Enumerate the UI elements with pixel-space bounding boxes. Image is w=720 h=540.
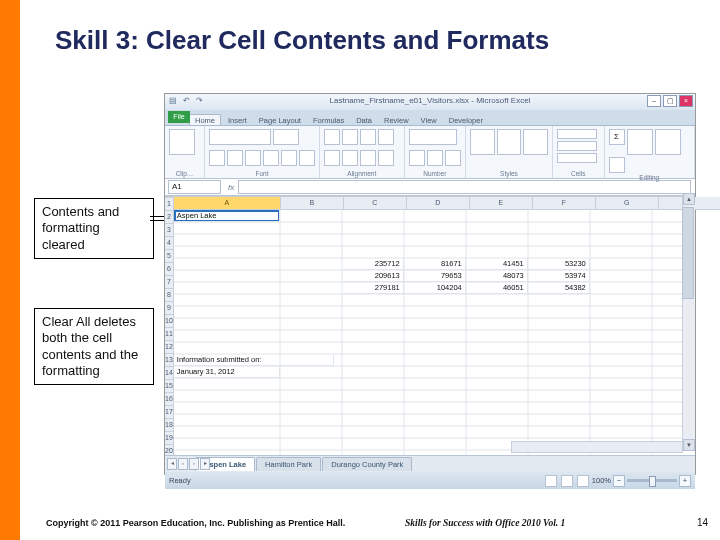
- paste-icon[interactable]: [169, 129, 195, 155]
- view-layout-icon[interactable]: [561, 475, 573, 487]
- border-icon[interactable]: [263, 150, 279, 166]
- row-header[interactable]: 3: [165, 224, 173, 237]
- conditional-fmt-icon[interactable]: [470, 129, 495, 155]
- row-header[interactable]: 7: [165, 276, 173, 289]
- cell-f5[interactable]: 53230: [528, 258, 590, 270]
- find-select-icon[interactable]: [655, 129, 681, 155]
- wrap-text-icon[interactable]: [378, 129, 394, 145]
- row-header[interactable]: 2: [165, 211, 173, 224]
- row-header[interactable]: 10: [165, 315, 173, 328]
- horizontal-scrollbar[interactable]: [511, 441, 683, 453]
- format-icon[interactable]: [557, 153, 597, 163]
- next-sheet-icon[interactable]: ›: [189, 458, 199, 470]
- maximize-button[interactable]: ▢: [663, 95, 677, 107]
- view-normal-icon[interactable]: [545, 475, 557, 487]
- close-button[interactable]: ×: [679, 95, 693, 107]
- col-header-d[interactable]: D: [407, 197, 470, 209]
- cell-f7[interactable]: 54382: [528, 282, 590, 294]
- cell-e5[interactable]: 41451: [466, 258, 528, 270]
- cell-c6[interactable]: 209613: [342, 270, 404, 282]
- align-bl-icon[interactable]: [324, 150, 340, 166]
- file-tab[interactable]: File: [168, 111, 190, 123]
- name-box[interactable]: A1: [168, 180, 221, 194]
- insert-icon[interactable]: [557, 129, 597, 139]
- fill-icon[interactable]: [609, 157, 625, 173]
- format-table-icon[interactable]: [497, 129, 522, 155]
- align-tr-icon[interactable]: [360, 129, 376, 145]
- fx-icon[interactable]: fx: [228, 183, 234, 192]
- row-header[interactable]: 4: [165, 237, 173, 250]
- row-header[interactable]: 13: [165, 354, 173, 367]
- fill-color-icon[interactable]: [281, 150, 297, 166]
- tab-formulas[interactable]: Formulas: [308, 115, 349, 125]
- cell-d7[interactable]: 104204: [404, 282, 466, 294]
- row-header[interactable]: 15: [165, 380, 173, 393]
- zoom-out-button[interactable]: −: [613, 475, 625, 487]
- cell-a1[interactable]: Aspen Lake: [174, 210, 280, 222]
- row-header[interactable]: 1: [165, 198, 173, 211]
- zoom-slider[interactable]: [627, 479, 677, 482]
- tab-home[interactable]: Home: [189, 114, 221, 125]
- last-sheet-icon[interactable]: ▸: [200, 458, 210, 470]
- view-break-icon[interactable]: [577, 475, 589, 487]
- cell-d6[interactable]: 79653: [404, 270, 466, 282]
- merge-icon[interactable]: [378, 150, 394, 166]
- sheet-tab-hamilton[interactable]: Hamilton Park: [256, 457, 321, 471]
- row-header[interactable]: 6: [165, 263, 173, 276]
- col-header-c[interactable]: C: [344, 197, 407, 209]
- first-sheet-icon[interactable]: ◂: [167, 458, 177, 470]
- row-header[interactable]: 17: [165, 406, 173, 419]
- font-color-icon[interactable]: [299, 150, 315, 166]
- currency-icon[interactable]: [409, 150, 425, 166]
- tab-review[interactable]: Review: [379, 115, 414, 125]
- underline-icon[interactable]: [245, 150, 261, 166]
- col-header-e[interactable]: E: [470, 197, 533, 209]
- cell-styles-icon[interactable]: [523, 129, 548, 155]
- minimize-button[interactable]: –: [647, 95, 661, 107]
- col-header-f[interactable]: F: [533, 197, 596, 209]
- font-name-box[interactable]: [209, 129, 271, 145]
- tab-data[interactable]: Data: [351, 115, 377, 125]
- comma-icon[interactable]: [445, 150, 461, 166]
- sort-filter-icon[interactable]: [627, 129, 653, 155]
- row-header[interactable]: 9: [165, 302, 173, 315]
- vertical-scrollbar[interactable]: ▲ ▼: [682, 193, 695, 451]
- row-header[interactable]: 14: [165, 367, 173, 380]
- row-header[interactable]: 8: [165, 289, 173, 302]
- zoom-knob[interactable]: [649, 476, 656, 487]
- number-format-box[interactable]: [409, 129, 457, 145]
- cell-c5[interactable]: 235712: [342, 258, 404, 270]
- row-header[interactable]: 19: [165, 432, 173, 445]
- font-size-box[interactable]: [273, 129, 299, 145]
- cell-f6[interactable]: 53974: [528, 270, 590, 282]
- delete-icon[interactable]: [557, 141, 597, 151]
- italic-icon[interactable]: [227, 150, 243, 166]
- col-header-b[interactable]: B: [281, 197, 344, 209]
- tab-insert[interactable]: Insert: [223, 115, 252, 125]
- scroll-down-icon[interactable]: ▼: [683, 439, 695, 451]
- cell-d5[interactable]: 81671: [404, 258, 466, 270]
- tab-developer[interactable]: Developer: [444, 115, 488, 125]
- percent-icon[interactable]: [427, 150, 443, 166]
- cell-c7[interactable]: 279181: [342, 282, 404, 294]
- prev-sheet-icon[interactable]: ‹: [178, 458, 188, 470]
- row-header[interactable]: 5: [165, 250, 173, 263]
- sheet-tab-durango[interactable]: Durango County Park: [322, 457, 412, 471]
- align-tl-icon[interactable]: [324, 129, 340, 145]
- row-header[interactable]: 16: [165, 393, 173, 406]
- align-br-icon[interactable]: [360, 150, 376, 166]
- align-tc-icon[interactable]: [342, 129, 358, 145]
- scroll-up-icon[interactable]: ▲: [683, 193, 695, 205]
- grid-body[interactable]: Aspen Lake 235712 81671 41451 53230 2096…: [174, 210, 720, 455]
- autosum-icon[interactable]: Σ: [609, 129, 625, 145]
- zoom-in-button[interactable]: +: [679, 475, 691, 487]
- tab-page-layout[interactable]: Page Layout: [254, 115, 306, 125]
- cell-a14[interactable]: January 31, 2012: [174, 366, 280, 378]
- bold-icon[interactable]: [209, 150, 225, 166]
- formula-input[interactable]: [238, 180, 691, 194]
- row-header[interactable]: 11: [165, 328, 173, 341]
- tab-view[interactable]: View: [416, 115, 442, 125]
- col-header-g[interactable]: G: [596, 197, 659, 209]
- cell-e6[interactable]: 48073: [466, 270, 528, 282]
- row-header[interactable]: 18: [165, 419, 173, 432]
